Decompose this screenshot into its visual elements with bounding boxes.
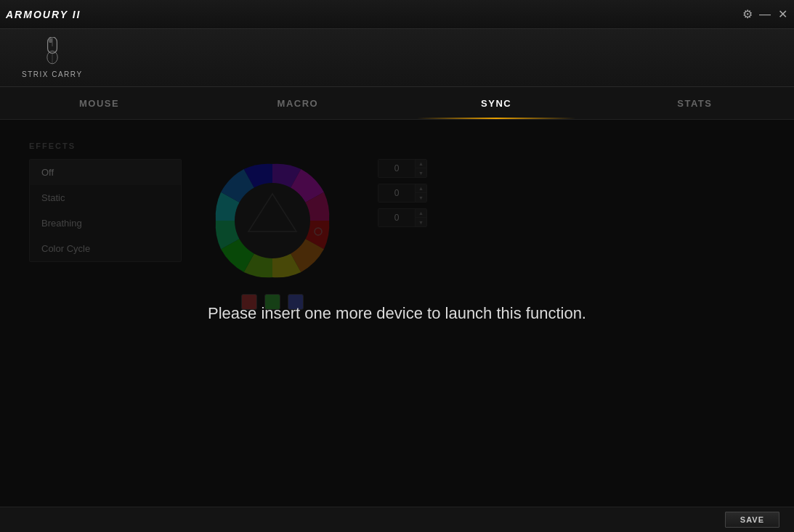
minimize-icon: — [759, 9, 771, 20]
close-icon: ✕ [778, 9, 787, 20]
close-button[interactable]: ✕ [777, 9, 788, 20]
title-bar-left: ARMOURY II [6, 9, 81, 20]
settings-icon: ⚙ [742, 9, 753, 20]
tab-sync[interactable]: SYNC [397, 87, 596, 119]
svg-rect-2 [49, 38, 52, 43]
overlay-text: Please insert one more device to launch … [208, 304, 586, 323]
device-header: STRIX CARRY [0, 29, 794, 87]
device-icon-wrap: STRIX CARRY [22, 37, 83, 78]
title-bar-controls: ⚙ — ✕ [742, 9, 788, 20]
tab-stats[interactable]: STATS [596, 87, 794, 119]
save-button[interactable]: SAVE [725, 512, 779, 528]
title-bar: ARMOURY II ⚙ — ✕ [0, 0, 794, 29]
overlay-message: Please insert one more device to launch … [0, 120, 794, 507]
tab-macro[interactable]: MACRO [198, 87, 397, 119]
app-title: ARMOURY II [6, 9, 81, 20]
nav-tabs: MOUSE MACRO SYNC STATS [0, 87, 794, 120]
settings-button[interactable]: ⚙ [742, 9, 753, 20]
device-icon [38, 37, 67, 69]
bottom-bar: SAVE [0, 507, 794, 532]
tab-mouse[interactable]: MOUSE [0, 87, 198, 119]
main-content: EFFECTS Off Static Breathing Color Cycle [0, 120, 794, 507]
device-name: STRIX CARRY [22, 70, 83, 78]
minimize-button[interactable]: — [759, 9, 771, 20]
